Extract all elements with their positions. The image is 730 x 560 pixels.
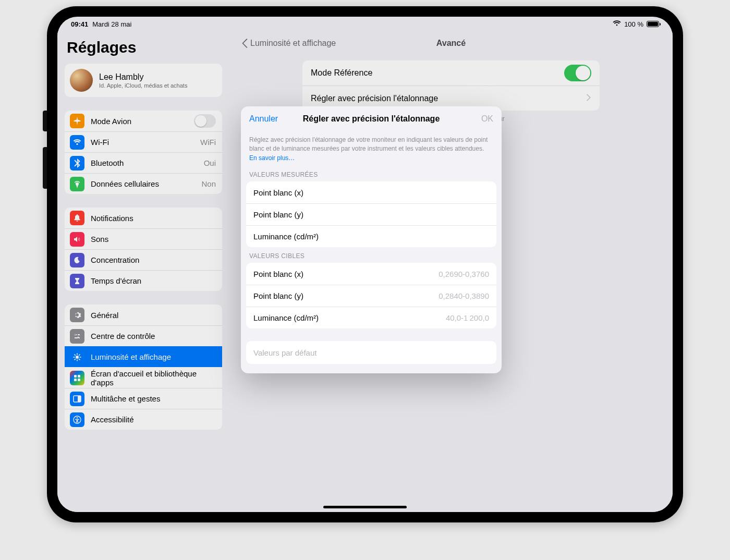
connectivity-group: Mode Avion Wi-Fi WiFi Blu (65, 111, 222, 194)
target-wp-y-placeholder: 0,2840-0,3890 (439, 291, 489, 300)
battery-percent: 100 % (624, 20, 643, 28)
sidebar-item-control-center[interactable]: Centre de contrôle (65, 325, 222, 346)
measured-wp-x[interactable]: Point blanc (x) (246, 181, 496, 203)
cellular-label: Données cellulaires (91, 179, 201, 188)
target-wp-x-placeholder: 0,2690-0,3760 (439, 270, 489, 278)
sliders-icon (70, 329, 84, 344)
fine-tune-label: Régler avec précision l'étalonnage (311, 94, 438, 103)
measured-group: Point blanc (x) Point blanc (y) Luminanc… (246, 181, 496, 247)
target-wp-y-label: Point blanc (y) (253, 291, 303, 300)
measured-wp-x-label: Point blanc (x) (253, 188, 303, 197)
attention-group: Notifications Sons Concentration (65, 208, 222, 291)
measured-lum-label: Luminance (cd/m²) (253, 232, 319, 241)
status-time: 09:41 (71, 20, 88, 28)
hourglass-icon (70, 274, 84, 288)
wifi-value: WiFi (200, 138, 216, 147)
sidebar-item-screentime[interactable]: Temps d'écran (65, 270, 222, 291)
cellular-icon (70, 177, 84, 191)
target-group: Point blanc (x) 0,2690-0,3760 Point blan… (246, 263, 496, 328)
page-title: Réglages (67, 39, 222, 56)
display-label: Luminosité et affichage (91, 352, 216, 361)
measured-luminance[interactable]: Luminance (cd/m²) (246, 225, 496, 247)
cellular-value: Non (201, 179, 216, 188)
sounds-label: Sons (91, 235, 216, 244)
svg-rect-1 (74, 375, 77, 378)
bell-icon (70, 211, 84, 225)
bluetooth-icon (70, 156, 84, 171)
screentime-label: Temps d'écran (91, 276, 216, 285)
modal-desc-text: Réglez avec précision l'étalonnage de vo… (249, 136, 488, 152)
settings-sidebar: Réglages Lee Hambly Id. Apple, iCloud, m… (57, 31, 229, 512)
target-wp-y[interactable]: Point blanc (y) 0,2840-0,3890 (246, 285, 496, 307)
defaults-label: Valeurs par défaut (253, 348, 317, 357)
sidebar-item-display[interactable]: Luminosité et affichage (65, 346, 222, 367)
target-wp-x[interactable]: Point blanc (x) 0,2690-0,3760 (246, 263, 496, 285)
learn-more-link[interactable]: En savoir plus… (249, 154, 295, 162)
status-date: Mardi 28 mai (92, 20, 131, 28)
sidebar-item-focus[interactable]: Concentration (65, 249, 222, 270)
modal-description: Réglez avec précision l'étalonnage de vo… (241, 131, 502, 166)
measured-wp-y[interactable]: Point blanc (y) (246, 203, 496, 225)
battery-icon (647, 21, 659, 27)
svg-point-0 (76, 356, 79, 359)
ok-button[interactable]: OK (481, 114, 493, 124)
sidebar-item-sounds[interactable]: Sons (65, 228, 222, 249)
modal-header: Annuler Régler avec précision l'étalonna… (241, 106, 502, 131)
multitask-icon (70, 392, 84, 406)
target-luminance[interactable]: Luminance (cd/m²) 40,0-1 200,0 (246, 307, 496, 328)
accessibility-icon (70, 412, 84, 427)
airplane-toggle[interactable] (194, 114, 216, 128)
sidebar-item-homescreen[interactable]: Écran d'accueil et bibliothèque d'apps (65, 367, 222, 388)
status-bar: 09:41 Mardi 28 mai 100 % (57, 17, 673, 31)
gear-icon (70, 308, 84, 322)
account-name: Lee Hambly (99, 72, 187, 82)
row-reference-mode: Mode Référence (302, 60, 600, 86)
defaults-button[interactable]: Valeurs par défaut (246, 341, 496, 364)
measured-header: VALEURS MESURÉES (241, 166, 502, 181)
measured-wp-y-label: Point blanc (y) (253, 210, 303, 219)
avatar (70, 69, 93, 92)
multitask-label: Multitâche et gestes (91, 394, 216, 403)
svg-rect-2 (78, 375, 80, 378)
sidebar-item-multitask[interactable]: Multitâche et gestes (65, 388, 222, 409)
target-lum-label: Luminance (cd/m²) (253, 313, 319, 322)
sidebar-item-general[interactable]: Général (65, 305, 222, 325)
sidebar-item-bluetooth[interactable]: Bluetooth Oui (65, 152, 222, 173)
target-wp-x-label: Point blanc (x) (253, 270, 303, 278)
modal-title: Régler avec précision l'étalonnage (241, 114, 502, 124)
account-subtitle: Id. Apple, iCloud, médias et achats (99, 82, 187, 89)
accessibility-label: Accessibilité (91, 415, 216, 424)
bluetooth-value: Oui (204, 159, 216, 167)
sidebar-item-notifications[interactable]: Notifications (65, 208, 222, 228)
home-indicator[interactable] (323, 506, 407, 508)
focus-label: Concentration (91, 255, 216, 264)
speaker-icon (70, 232, 84, 247)
svg-point-8 (77, 417, 78, 419)
svg-rect-6 (78, 396, 81, 402)
reference-mode-label: Mode Référence (311, 68, 372, 78)
moon-icon (70, 253, 84, 267)
home-label: Écran d'accueil et bibliothèque d'apps (91, 369, 216, 387)
svg-rect-4 (78, 379, 80, 381)
chevron-right-icon (587, 94, 591, 103)
wifi-label: Wi-Fi (91, 138, 200, 147)
wifi-icon (613, 20, 621, 28)
reference-mode-panel: Mode Référence Régler avec précision l'é… (302, 60, 600, 111)
apps-grid-icon (70, 371, 84, 385)
target-lum-placeholder: 40,0-1 200,0 (446, 313, 489, 322)
system-group: Général Centre de contrôle Luminosité et… (65, 305, 222, 430)
svg-rect-3 (74, 379, 77, 381)
ipad-frame: 09:41 Mardi 28 mai 100 % Réglages Lee Ha… (47, 6, 683, 522)
sidebar-item-accessibility[interactable]: Accessibilité (65, 409, 222, 430)
cancel-button[interactable]: Annuler (249, 114, 278, 124)
apple-id-card[interactable]: Lee Hambly Id. Apple, iCloud, médias et … (65, 64, 222, 97)
brightness-icon (70, 350, 84, 364)
general-label: Général (91, 311, 216, 320)
sidebar-item-airplane[interactable]: Mode Avion (65, 111, 222, 131)
bluetooth-label: Bluetooth (91, 159, 204, 167)
target-header: VALEURS CIBLES (241, 247, 502, 263)
sidebar-item-cellular[interactable]: Données cellulaires Non (65, 173, 222, 194)
detail-navbar: Luminosité et affichage Avancé (229, 31, 673, 55)
reference-mode-toggle[interactable] (564, 65, 591, 81)
sidebar-item-wifi[interactable]: Wi-Fi WiFi (65, 131, 222, 152)
